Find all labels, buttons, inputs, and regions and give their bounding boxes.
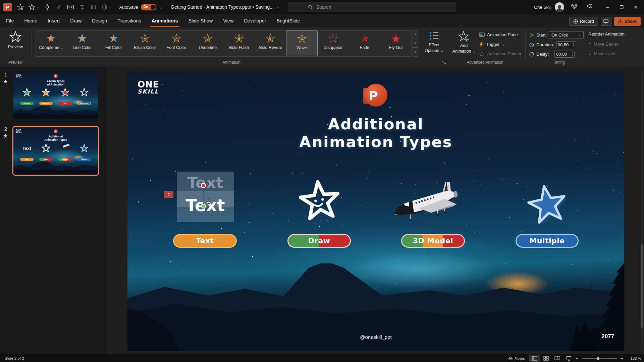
object-position-icon[interactable] <box>44 4 51 10</box>
autosave-control[interactable]: AutoSave On ⌄ <box>119 4 162 10</box>
notes-button[interactable]: Notes <box>504 354 529 362</box>
record-button[interactable]: Record <box>569 17 598 26</box>
blue-star-shape[interactable] <box>523 180 575 231</box>
slide-2-animation-indicator[interactable] <box>3 133 8 139</box>
gallery-item-bold-flash[interactable]: B Bold Flash <box>223 31 255 56</box>
text-placeholder-object[interactable]: Text Text <box>177 172 234 222</box>
space-shuttle-3d-model[interactable] <box>385 182 466 226</box>
premium-diamond-icon[interactable] <box>571 3 578 11</box>
add-animation-quick-icon[interactable]: ⌄ <box>29 4 39 10</box>
slide-thumbnail-2[interactable]: ONESKILL P AdditionalAnimation Types Tex… <box>12 126 99 176</box>
vertical-scrollbar[interactable] <box>641 70 643 351</box>
tab-brightslide[interactable]: BrightSlide <box>276 14 300 27</box>
tab-draw[interactable]: Draw <box>70 14 82 27</box>
gallery-item-font-color[interactable]: A Font Color <box>161 31 192 56</box>
preview-button[interactable]: Preview ⌄ <box>3 31 28 58</box>
motion-path-end-dot[interactable] <box>202 204 205 208</box>
document-title[interactable]: Getting Started - Animation Types.pptx •… <box>171 4 279 10</box>
oneskill-logo[interactable]: ONE SKILL <box>138 80 159 94</box>
slide-1-animation-indicator[interactable] <box>3 79 8 85</box>
chevron-down-icon[interactable]: ⌄ <box>159 5 162 9</box>
zoom-percentage[interactable]: 102 % <box>626 356 641 360</box>
align-objects-icon[interactable] <box>79 4 86 10</box>
delay-field[interactable]: 00,00 ▲▼ <box>554 51 575 58</box>
gallery-item-fade[interactable]: Fade <box>349 31 380 56</box>
pill-button-draw[interactable]: Draw <box>287 234 351 248</box>
tab-file[interactable]: File <box>6 14 14 27</box>
gallery-item-line-color[interactable]: Line Color <box>67 31 98 56</box>
move-earlier-button[interactable]: ⌃ Move Earlier <box>588 42 618 47</box>
gallery-item-underline[interactable]: U Underline <box>192 31 224 56</box>
slide-size-icon[interactable] <box>67 4 74 10</box>
restore-button[interactable]: ❐ <box>616 5 627 10</box>
animation-dialog-launcher[interactable] <box>442 60 446 64</box>
animation-painter-button[interactable]: Animation Painter <box>479 51 522 57</box>
tab-animations[interactable]: Animations <box>152 14 178 27</box>
gallery-item-bold-reveal[interactable]: B Bold Reveal <box>255 31 286 56</box>
trigger-button[interactable]: Trigger ⌄ <box>479 42 505 47</box>
gallery-scroll-down[interactable]: ˅ <box>413 39 418 48</box>
move-later-button[interactable]: ⌄ Move Later <box>588 51 615 56</box>
preview-animations-icon[interactable] <box>17 4 24 10</box>
gallery-scroll-up[interactable]: ˄ <box>413 30 418 39</box>
zoom-in-button[interactable]: + <box>620 356 625 360</box>
smiley-star-drawing[interactable] <box>297 178 342 224</box>
tab-transitions[interactable]: Transitions <box>117 14 141 27</box>
slide-canvas[interactable]: ONE SKILL P Additional Animation Types T… <box>127 72 624 351</box>
animation-order-badge[interactable]: 1 <box>164 191 173 198</box>
pill-button-multiple[interactable]: Multiple <box>516 234 579 248</box>
gallery-item-brush-color[interactable]: A Brush Color <box>129 31 161 56</box>
gallery-item-fly-out[interactable]: Fly Out <box>380 31 412 56</box>
start-dropdown[interactable]: On Click ⌄ <box>549 31 584 39</box>
gallery-more-button[interactable]: ˅ <box>413 48 418 57</box>
slide-sorter-view-button[interactable] <box>540 355 552 362</box>
slide-title[interactable]: Additional Animation Types <box>127 115 624 151</box>
gallery-item-disappear[interactable]: Disappear <box>318 31 349 56</box>
account-name[interactable]: One Skill <box>534 5 551 10</box>
shape-fill-icon[interactable]: ⌄ <box>102 4 112 10</box>
format-painter-icon[interactable] <box>55 4 62 10</box>
effect-options-button[interactable]: Effect Options ⌄ <box>421 31 447 54</box>
autosave-toggle[interactable]: On <box>141 4 156 10</box>
spin-up-icon[interactable]: ▲ <box>571 52 573 54</box>
normal-view-button[interactable] <box>529 355 540 362</box>
slide-thumbnail-1[interactable]: ONESKILL P 4 Main Typesof Animation Entr… <box>13 72 98 119</box>
minimize-button[interactable]: ─ <box>602 5 613 10</box>
text-main[interactable]: Text <box>177 196 234 215</box>
tab-home[interactable]: Home <box>24 14 37 27</box>
pill-button-3d-model[interactable]: 3D Model <box>401 234 465 248</box>
animation-pane-button[interactable]: Animation Pane <box>479 32 518 37</box>
gallery-item-wave[interactable]: A Wave <box>286 31 318 56</box>
spin-down-icon[interactable]: ▼ <box>573 45 575 47</box>
spin-down-icon[interactable]: ▼ <box>571 54 573 57</box>
zoom-out-button[interactable]: − <box>575 356 580 360</box>
tab-view[interactable]: View <box>223 14 233 27</box>
spin-up-icon[interactable]: ▲ <box>573 42 575 45</box>
zoom-slider-knob[interactable] <box>597 357 599 360</box>
tab-design[interactable]: Design <box>92 14 107 27</box>
comments-button[interactable] <box>601 17 611 26</box>
start-row: Start: On Click ⌄ <box>529 31 584 39</box>
avatar[interactable] <box>555 2 564 12</box>
distribute-objects-icon[interactable] <box>90 4 97 10</box>
feedback-megaphone-icon[interactable] <box>586 3 594 11</box>
reading-view-button[interactable] <box>552 355 563 362</box>
search-input[interactable]: Search <box>288 2 456 12</box>
close-button[interactable]: ✕ <box>630 5 641 10</box>
motion-path-start-dot[interactable] <box>202 184 205 187</box>
powerpoint-app-icon[interactable]: P <box>3 3 12 11</box>
gallery-item-fill-color[interactable]: Fill Color <box>98 31 129 56</box>
add-animation-button[interactable]: Add Animation ⌄ <box>451 31 476 54</box>
tab-slide-show[interactable]: Slide Show <box>189 14 213 27</box>
tab-insert[interactable]: Insert <box>48 14 60 27</box>
pill-button-text[interactable]: Text <box>173 234 237 248</box>
powerpoint-slide-logo[interactable]: P <box>364 84 387 107</box>
duration-field[interactable]: 00,50 ▲▼ <box>556 41 576 48</box>
bold-reveal-star-icon: B <box>266 34 275 43</box>
gallery-item-complementary[interactable]: Compleme... <box>35 31 67 56</box>
zoom-slider[interactable] <box>582 358 617 359</box>
scrollbar-thumb[interactable] <box>641 244 643 328</box>
share-button[interactable]: Share <box>614 17 641 26</box>
slideshow-view-button[interactable] <box>563 355 575 362</box>
tab-developer[interactable]: Developer <box>244 14 266 27</box>
